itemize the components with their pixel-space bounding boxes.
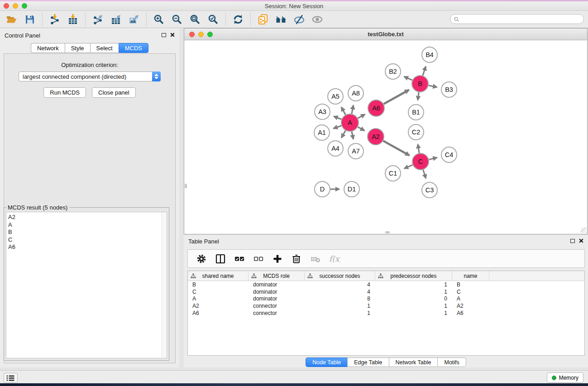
zoom-out-button[interactable] [169, 12, 185, 27]
column-header-predecessor-nodes[interactable]: predecessor nodes [375, 271, 452, 281]
export-network-button[interactable] [90, 12, 105, 27]
refresh-button[interactable] [230, 12, 246, 27]
table-row[interactable]: Cdominator41C [188, 288, 584, 295]
zoom-fit-button[interactable] [187, 12, 203, 27]
search-input[interactable] [459, 15, 583, 23]
edge-C-C4[interactable] [429, 157, 437, 159]
graph-node-A7[interactable]: A7 [348, 143, 363, 159]
show-all-networks-button[interactable] [273, 12, 289, 27]
result-item[interactable]: C [6, 236, 167, 244]
network-canvas[interactable]: AA6A2BCA5A8A3A1A4A7B2B4B3B1C2C4C1C3DD1 [185, 41, 587, 234]
select-all-button[interactable] [232, 252, 247, 266]
graph-node-C1[interactable]: C1 [385, 166, 401, 181]
graph-node-B4[interactable]: B4 [422, 47, 437, 62]
graph-node-D[interactable]: D [315, 181, 330, 197]
show-network-view-button[interactable] [310, 12, 325, 27]
split-panel-button[interactable] [213, 252, 228, 266]
tab-select[interactable]: Select [90, 43, 119, 53]
edge-A-A1[interactable] [333, 126, 341, 129]
save-session-button[interactable] [22, 12, 38, 27]
edge-A-A3[interactable] [334, 116, 341, 119]
network-horizontal-scrollbar[interactable] [385, 231, 390, 234]
tab-edge-table[interactable]: Edge Table [347, 357, 388, 367]
close-panel-icon[interactable] [170, 33, 175, 37]
graph-node-A5[interactable]: A5 [328, 89, 343, 104]
edge-A-A2[interactable] [358, 127, 365, 131]
mcds-result-list[interactable]: A2ABCA6 [6, 212, 167, 358]
float-table-panel-icon[interactable] [570, 239, 575, 243]
edge-C-C1[interactable] [404, 165, 413, 168]
edge-A-A7[interactable] [352, 132, 354, 139]
graph-node-C2[interactable]: C2 [408, 124, 424, 140]
edge-B-B2[interactable] [404, 76, 412, 80]
import-network-button[interactable] [47, 12, 62, 27]
graph-node-B[interactable]: B [412, 76, 428, 92]
table-row[interactable]: A2connector11A2 [188, 302, 584, 310]
edge-A-A4[interactable] [341, 130, 345, 138]
tab-mcds[interactable]: MCDS [119, 43, 148, 53]
deselect-all-button[interactable] [251, 252, 266, 266]
edge-A-A8[interactable] [352, 105, 354, 114]
window-resize-grip[interactable] [581, 228, 587, 234]
graph-node-D1[interactable]: D1 [344, 181, 359, 197]
edge-B-B4[interactable] [423, 67, 426, 76]
function-builder-button[interactable]: f(x) [327, 252, 342, 266]
zoom-selected-button[interactable] [206, 12, 221, 27]
result-item[interactable]: B [6, 229, 167, 236]
graph-node-A2[interactable]: A2 [368, 129, 384, 145]
column-header-MCDS-role[interactable]: MCDS role [249, 271, 305, 281]
column-header-name[interactable]: name [452, 271, 489, 281]
run-mcds-button[interactable]: Run MCDS [43, 87, 86, 98]
column-header-successor-nodes[interactable]: successor nodes [305, 271, 375, 281]
duplicate-network-button[interactable] [255, 12, 271, 27]
graph-node-B1[interactable]: B1 [408, 105, 424, 120]
graph-node-C3[interactable]: C3 [422, 182, 437, 198]
graph-node-A3[interactable]: A3 [315, 104, 330, 119]
result-item[interactable]: A [6, 221, 167, 229]
export-table-button[interactable] [108, 12, 124, 27]
import-table-button[interactable] [65, 12, 81, 27]
table-row[interactable]: Bdominator41B [188, 281, 584, 288]
tab-style[interactable]: Style [65, 43, 90, 53]
memory-button[interactable]: Memory [547, 372, 583, 383]
table-row[interactable]: A6connector11A6 [188, 310, 584, 317]
graph-node-B3[interactable]: B3 [441, 82, 457, 97]
edge-A2-C[interactable] [383, 141, 410, 155]
table-row[interactable]: Adominator80A [188, 295, 584, 303]
tab-motifs[interactable]: Motifs [437, 357, 466, 367]
result-item[interactable]: A2 [6, 214, 167, 221]
graph-node-A[interactable]: A [341, 114, 359, 131]
tab-network-table[interactable]: Network Table [389, 357, 438, 367]
edge-C-C2[interactable] [418, 144, 419, 153]
criterion-dropdown[interactable]: largest connected component (directed) [19, 71, 161, 81]
export-image-button[interactable] [126, 12, 142, 27]
graph-node-C4[interactable]: C4 [441, 147, 457, 162]
network-vertical-scrollbar[interactable] [185, 184, 187, 188]
show-panels-list-button[interactable] [4, 373, 18, 383]
graph-node-C[interactable]: C [412, 153, 429, 170]
edge-A-A5[interactable] [341, 107, 345, 115]
tab-network[interactable]: Network [31, 43, 65, 53]
graph-node-A6[interactable]: A6 [368, 100, 384, 116]
hide-network-view-button[interactable] [292, 12, 307, 27]
close-table-panel-icon[interactable] [579, 238, 583, 243]
edge-C-C3[interactable] [423, 170, 426, 178]
search-field[interactable] [450, 14, 584, 24]
result-list-scrollbar[interactable] [162, 212, 167, 358]
table-settings-button[interactable] [194, 252, 209, 266]
delete-row-button[interactable] [289, 252, 304, 266]
graph-node-A1[interactable]: A1 [314, 125, 330, 140]
tab-node-table[interactable]: Node Table [306, 357, 347, 367]
close-panel-button[interactable]: Close panel [92, 87, 136, 98]
open-session-button[interactable] [4, 12, 19, 27]
add-row-button[interactable] [270, 252, 285, 266]
edge-B-B1[interactable] [418, 92, 419, 100]
zoom-in-button[interactable] [151, 12, 167, 27]
result-item[interactable]: A6 [6, 243, 167, 251]
edge-A-A6[interactable] [358, 114, 365, 119]
delete-table-button[interactable] [308, 252, 323, 266]
edge-A6-B[interactable] [384, 90, 409, 104]
column-header-shared-name[interactable]: shared name [188, 271, 249, 281]
graph-node-A8[interactable]: A8 [348, 86, 363, 101]
float-panel-icon[interactable] [162, 33, 166, 37]
